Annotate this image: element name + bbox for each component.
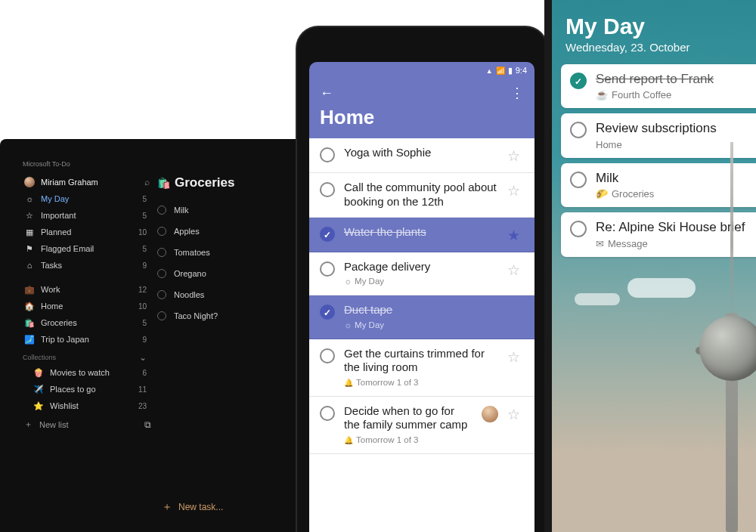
more-icon[interactable] bbox=[510, 85, 524, 101]
task-row[interactable]: Yoga with Sophie bbox=[309, 138, 534, 173]
task-title: Decide when to go for the family summer … bbox=[344, 404, 467, 431]
checkbox-icon[interactable] bbox=[157, 206, 166, 215]
list-count: 5 bbox=[142, 319, 150, 327]
android-frame: 9:4 Home Yoga with SophieCall the commun… bbox=[297, 27, 547, 532]
task-subtitle: Tomorrow 1 of 3 bbox=[344, 377, 498, 388]
task-row[interactable]: Taco Night? bbox=[157, 305, 283, 326]
task-title: Milk bbox=[596, 171, 654, 186]
status-bar: 9:4 bbox=[309, 62, 534, 79]
sidebar-item[interactable]: ☆Important5 bbox=[23, 207, 151, 224]
task-title: Send report to Frank bbox=[596, 72, 714, 87]
task-row[interactable]: Get the curtains trimmed for the living … bbox=[309, 339, 534, 397]
checkbox-icon[interactable] bbox=[320, 348, 335, 363]
list-icon: 🏠 bbox=[24, 301, 35, 311]
task-row[interactable]: Decide when to go for the family summer … bbox=[309, 397, 534, 454]
sidebar-item[interactable]: 🏠Home10 bbox=[23, 298, 151, 314]
checkbox-icon[interactable] bbox=[320, 182, 335, 197]
checkbox-icon[interactable] bbox=[157, 227, 166, 236]
checkbox-icon[interactable] bbox=[157, 248, 166, 257]
list-icon: 🛍️ bbox=[24, 317, 35, 328]
task-row[interactable]: Apples bbox=[157, 221, 283, 242]
user-row[interactable]: Miriam Graham bbox=[23, 174, 151, 190]
task-card[interactable]: Review subscriptionsHome bbox=[561, 113, 756, 157]
sidebar-item[interactable]: ⚑Flagged Email5 bbox=[23, 240, 151, 257]
sidebar-item[interactable]: 🗾Trip to Japan9 bbox=[23, 331, 151, 348]
task-list: Yoga with SophieCall the community pool … bbox=[309, 138, 534, 532]
checkbox-icon[interactable] bbox=[320, 147, 335, 162]
search-icon[interactable] bbox=[144, 177, 150, 187]
avatar-icon bbox=[24, 177, 35, 187]
checkbox-icon[interactable] bbox=[570, 172, 587, 188]
checkbox-icon[interactable] bbox=[570, 221, 587, 237]
back-icon[interactable] bbox=[320, 85, 333, 101]
task-row[interactable]: Noodles bbox=[157, 284, 283, 305]
task-title: Review subscriptions bbox=[596, 121, 717, 136]
task-title: Water the plants bbox=[344, 225, 426, 238]
task-row[interactable]: Package delivery My Day bbox=[309, 252, 534, 296]
sun-icon bbox=[344, 320, 352, 331]
new-list-button[interactable]: ＋ New list bbox=[23, 419, 151, 430]
list-count: 5 bbox=[142, 195, 150, 203]
sidebar-item[interactable]: 💼Work12 bbox=[23, 281, 151, 298]
list-title-icon: 🛍️ bbox=[157, 177, 170, 189]
star-icon[interactable] bbox=[507, 261, 524, 279]
task-row[interactable]: Call the community pool about booking on… bbox=[309, 173, 534, 218]
checkbox-icon[interactable] bbox=[320, 227, 335, 242]
checkbox-icon[interactable] bbox=[157, 269, 166, 278]
list-count: 23 bbox=[138, 402, 150, 410]
checkbox-icon[interactable] bbox=[320, 261, 335, 277]
list-count: 9 bbox=[142, 336, 150, 344]
add-list-group-icon[interactable] bbox=[144, 419, 151, 430]
task-row[interactable]: Tomatoes bbox=[157, 242, 283, 263]
star-icon[interactable] bbox=[507, 182, 524, 200]
taco-icon bbox=[596, 188, 608, 200]
list-title: 🛍️ Groceries bbox=[157, 175, 283, 190]
checkbox-icon[interactable] bbox=[320, 406, 335, 421]
sidebar-item[interactable]: ⌂Tasks9 bbox=[23, 257, 151, 274]
new-task-button[interactable]: ＋ New task... bbox=[162, 500, 223, 514]
sidebar-item[interactable]: ▦Planned10 bbox=[23, 224, 151, 240]
checkbox-icon[interactable] bbox=[570, 122, 587, 138]
list-label: Trip to Japan bbox=[41, 335, 142, 344]
sidebar-item[interactable]: 🍿Movies to watch6 bbox=[23, 364, 151, 381]
collections-header[interactable]: Collections bbox=[23, 352, 151, 363]
sidebar-item[interactable]: ✈️Places to go11 bbox=[23, 381, 151, 397]
task-title: Call the community pool about booking on… bbox=[344, 181, 497, 208]
sidebar-item[interactable]: ⭐Wishlist23 bbox=[23, 397, 151, 414]
sidebar-item[interactable]: ☼My Day5 bbox=[23, 190, 151, 207]
checkbox-icon[interactable] bbox=[157, 290, 166, 299]
star-icon[interactable] bbox=[507, 406, 524, 423]
list-label: Planned bbox=[41, 227, 138, 237]
star-icon[interactable] bbox=[507, 227, 524, 244]
task-row[interactable]: Milk bbox=[157, 200, 283, 221]
list-icon: 🍿 bbox=[33, 367, 44, 378]
app-title: Microsoft To-Do bbox=[23, 160, 283, 168]
bell-icon bbox=[344, 377, 353, 388]
star-icon[interactable] bbox=[507, 147, 524, 165]
task-card[interactable]: MilkGroceries bbox=[561, 163, 756, 207]
list-label: Places to go bbox=[50, 385, 138, 394]
list-icon: ⌂ bbox=[24, 260, 35, 271]
list-icon: ✈️ bbox=[33, 384, 44, 394]
task-card[interactable]: Send report to FrankFourth Coffee bbox=[561, 64, 756, 108]
task-subtitle: Fourth Coffee bbox=[596, 89, 714, 101]
task-title: Taco Night? bbox=[174, 311, 218, 320]
list-count: 10 bbox=[138, 302, 150, 311]
mail-icon bbox=[596, 238, 604, 249]
sidebar-item[interactable]: 🛍️Groceries5 bbox=[23, 314, 151, 331]
checkbox-icon[interactable] bbox=[320, 305, 335, 320]
checkbox-icon[interactable] bbox=[570, 73, 587, 89]
star-icon[interactable] bbox=[507, 348, 524, 366]
checkbox-icon[interactable] bbox=[157, 311, 166, 320]
task-row[interactable]: Water the plants bbox=[309, 218, 534, 252]
list-count: 12 bbox=[138, 286, 150, 294]
list-label: Tasks bbox=[41, 261, 142, 270]
task-row[interactable]: Oregano bbox=[157, 263, 283, 284]
wifi-icon bbox=[496, 66, 505, 75]
sidebar: Miriam Graham ☼My Day5☆Important5▦Planne… bbox=[23, 174, 151, 430]
task-title: Package delivery bbox=[344, 260, 430, 273]
task-card[interactable]: Re: Alpine Ski House briefMessage bbox=[561, 212, 756, 256]
task-subtitle: My Day bbox=[344, 320, 524, 331]
screen-date: Wednesday, 23. October bbox=[561, 39, 756, 64]
task-row[interactable]: Duct tape My Day bbox=[309, 295, 534, 339]
